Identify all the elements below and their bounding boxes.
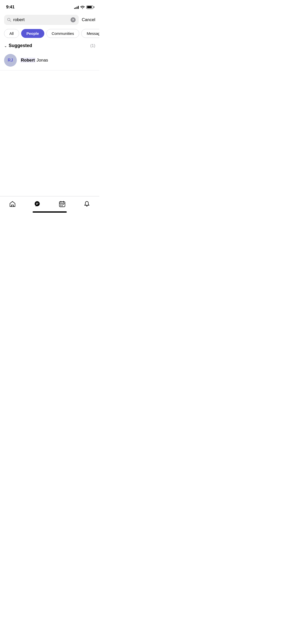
suggested-header: ⌄ Suggested (1) — [0, 41, 99, 51]
status-bar: 9:41 — [0, 0, 99, 13]
person-name: Robert Jonas — [20, 58, 48, 63]
calendar-icon — [59, 200, 66, 208]
search-input[interactable]: robert — [13, 17, 69, 22]
svg-rect-9 — [60, 204, 61, 205]
search-input-wrapper[interactable]: robert ✕ — [4, 15, 79, 25]
avatar-initials: RJ — [8, 58, 13, 63]
tab-people[interactable]: People — [21, 29, 44, 38]
svg-point-4 — [35, 201, 40, 206]
nav-item-home[interactable] — [5, 199, 20, 209]
tab-messages[interactable]: Messages — [81, 29, 99, 38]
battery-icon — [86, 6, 93, 9]
suggested-title: Suggested — [9, 43, 32, 48]
nav-item-messages[interactable] — [30, 199, 45, 209]
home-icon — [9, 200, 16, 208]
search-icon — [7, 18, 11, 22]
nav-item-notifications[interactable] — [79, 199, 94, 209]
svg-rect-2 — [11, 205, 13, 207]
status-time: 9:41 — [6, 5, 15, 10]
wifi-icon — [80, 6, 85, 9]
home-indicator — [33, 211, 67, 213]
svg-rect-12 — [60, 205, 61, 206]
person-name-highlight: Robert — [20, 58, 35, 63]
status-icons — [74, 6, 93, 9]
signal-bars-icon — [74, 6, 79, 9]
tab-all[interactable]: All — [4, 29, 19, 38]
svg-rect-13 — [62, 205, 62, 206]
svg-line-1 — [10, 21, 11, 22]
avatar: RJ — [4, 54, 17, 67]
tab-communities[interactable]: Communities — [46, 29, 79, 38]
svg-rect-10 — [62, 204, 62, 205]
clear-search-button[interactable]: ✕ — [71, 17, 76, 22]
chevron-down-icon[interactable]: ⌄ — [4, 44, 7, 48]
filter-tabs: All People Communities Messages — [0, 27, 99, 41]
clear-x-icon: ✕ — [72, 18, 74, 21]
bell-icon — [83, 200, 90, 208]
search-bar-container: robert ✕ Cancel — [0, 13, 99, 27]
list-item[interactable]: RJ Robert Jonas — [0, 51, 99, 70]
nav-item-calendar[interactable] — [55, 199, 70, 209]
cancel-button[interactable]: Cancel — [82, 17, 95, 22]
person-name-rest: Jonas — [35, 58, 48, 63]
suggested-count: (1) — [90, 43, 95, 48]
messages-icon — [34, 200, 41, 208]
svg-rect-11 — [63, 204, 64, 205]
